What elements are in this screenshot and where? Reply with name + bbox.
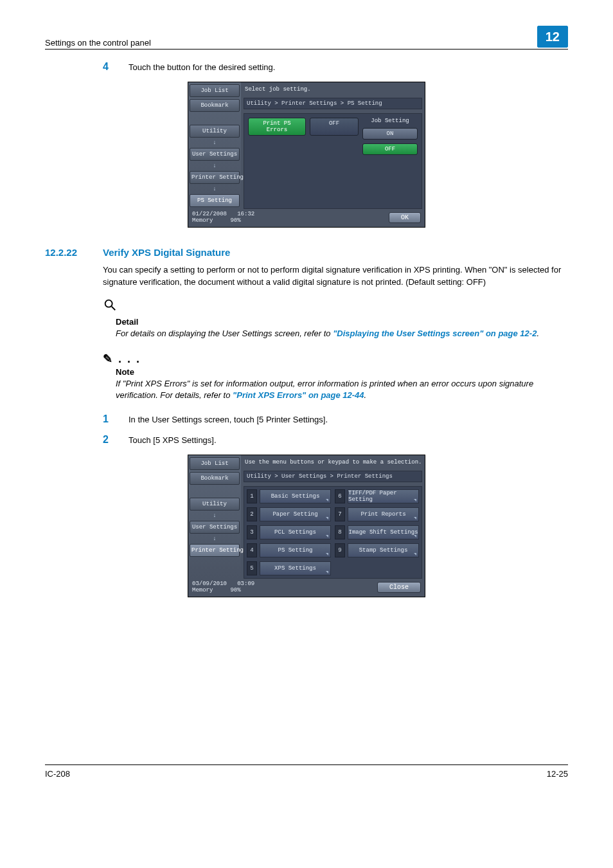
section-title: Verify XPS Digital Signature bbox=[103, 247, 230, 258]
arrow-icon: ↓ bbox=[190, 163, 240, 169]
page-footer: IC-208 12-25 bbox=[45, 764, 568, 779]
arrow-icon: ↓ bbox=[190, 512, 240, 519]
screenshot-ps-setting: Job List Bookmark Utility ↓ User Setting… bbox=[188, 82, 425, 228]
status-date: 01/22/2008 bbox=[192, 211, 227, 217]
footer-left: IC-208 bbox=[45, 769, 70, 779]
step-text: Touch the button for the desired setting… bbox=[129, 61, 568, 72]
menu-grid: 1Basic Settings 6TIFF/PDF Paper Setting … bbox=[244, 487, 422, 578]
section-number: 12.2.22 bbox=[45, 247, 103, 258]
ok-button[interactable]: OK bbox=[389, 212, 421, 223]
svg-point-0 bbox=[105, 300, 112, 307]
setting-name[interactable]: Print PS Errors bbox=[248, 118, 306, 136]
tab-bookmark[interactable]: Bookmark bbox=[190, 99, 240, 112]
menu-item-5[interactable]: 5XPS Settings bbox=[247, 561, 331, 575]
breadcrumb: Utility > User Settings > Printer Settin… bbox=[244, 471, 422, 482]
step-4: 4 Touch the button for the desired setti… bbox=[103, 61, 568, 73]
note-body-suffix: . bbox=[364, 390, 367, 400]
status-bar: 01/22/2008 16:32 Memory 90% OK bbox=[188, 209, 425, 227]
magnifier-icon bbox=[103, 298, 568, 316]
instruction-text: Use the menu buttons or keypad to make a… bbox=[245, 459, 422, 466]
tab-job-list[interactable]: Job List bbox=[190, 457, 240, 470]
setting-value: OFF bbox=[310, 118, 359, 136]
status-memory-label: Memory bbox=[192, 587, 213, 593]
step-number: 4 bbox=[103, 61, 129, 73]
tab-bookmark[interactable]: Bookmark bbox=[190, 472, 240, 485]
breadcrumb: Utility > Printer Settings > PS Setting bbox=[244, 98, 422, 109]
section-heading: 12.2.22 Verify XPS Digital Signature bbox=[45, 247, 568, 258]
section-paragraph: You can specify a setting to perform or … bbox=[103, 264, 568, 289]
detail-link[interactable]: "Displaying the User Settings screen" on… bbox=[333, 329, 537, 338]
menu-item-4[interactable]: 4PS Setting bbox=[247, 543, 331, 557]
tab-printer-settings[interactable]: Printer Settings bbox=[190, 544, 240, 557]
note-callout: Note If "Print XPS Errors" is set for in… bbox=[116, 367, 568, 402]
screenshot-printer-settings: Job List Bookmark Utility ↓ User Setting… bbox=[188, 455, 425, 597]
header-title: Settings on the control panel bbox=[45, 38, 151, 48]
menu-item-3[interactable]: 3PCL Settings bbox=[247, 525, 331, 539]
detail-callout: Detail For details on displaying the Use… bbox=[116, 317, 568, 340]
detail-body-suffix: . bbox=[537, 329, 539, 338]
status-memory-pct: 90% bbox=[230, 217, 240, 224]
detail-title: Detail bbox=[116, 317, 568, 327]
close-button[interactable]: Close bbox=[377, 582, 421, 593]
job-setting-label: Job Setting bbox=[362, 118, 418, 124]
menu-item-8[interactable]: 8Image Shift Settings bbox=[335, 525, 419, 539]
side-tabs: Job List Bookmark Utility ↓ User Setting… bbox=[188, 455, 241, 579]
step-number: 2 bbox=[103, 434, 129, 446]
status-memory-label: Memory bbox=[192, 217, 213, 224]
menu-item-1[interactable]: 1Basic Settings bbox=[247, 489, 331, 503]
side-tabs: Job List Bookmark Utility ↓ User Setting… bbox=[188, 82, 241, 209]
arrow-icon: ↓ bbox=[190, 186, 240, 192]
step-1: 1 In the User Settings screen, touch [5 … bbox=[103, 413, 568, 425]
step-number: 1 bbox=[103, 413, 129, 425]
detail-body-prefix: For details on displaying the User Setti… bbox=[116, 329, 333, 338]
status-time: 16:32 bbox=[237, 211, 254, 217]
off-button[interactable]: OFF bbox=[362, 143, 418, 155]
footer-right: 12-25 bbox=[547, 769, 568, 779]
status-bar: 03/09/2010 03:09 Memory 90% Close bbox=[188, 579, 425, 597]
chapter-badge: 12 bbox=[537, 26, 568, 48]
arrow-icon: ↓ bbox=[190, 536, 240, 542]
note-link[interactable]: "Print XPS Errors" on page 12-44 bbox=[233, 390, 364, 400]
page-header: Settings on the control panel 12 bbox=[45, 26, 568, 50]
instruction-text: Select job setting. bbox=[245, 86, 422, 93]
tab-printer-settings[interactable]: Printer Settings bbox=[190, 171, 240, 184]
step-text: Touch [5 XPS Settings]. bbox=[129, 434, 568, 445]
tab-user-settings[interactable]: User Settings bbox=[190, 148, 240, 161]
tab-job-list[interactable]: Job List bbox=[190, 84, 240, 97]
menu-item-2[interactable]: 2Paper Setting bbox=[247, 507, 331, 521]
tab-user-settings[interactable]: User Settings bbox=[190, 521, 240, 534]
tab-utility[interactable]: Utility bbox=[190, 125, 240, 138]
status-memory-pct: 90% bbox=[230, 587, 240, 593]
note-title: Note bbox=[116, 367, 568, 377]
step-text: In the User Settings screen, touch [5 Pr… bbox=[129, 413, 568, 424]
status-date: 03/09/2010 bbox=[192, 581, 227, 587]
svg-line-1 bbox=[112, 306, 116, 310]
tab-utility[interactable]: Utility bbox=[190, 498, 240, 511]
arrow-icon: ↓ bbox=[190, 140, 240, 146]
step-2: 2 Touch [5 XPS Settings]. bbox=[103, 434, 568, 446]
status-time: 03:09 bbox=[237, 581, 254, 587]
pencil-icon: ✎ . . . bbox=[103, 352, 568, 366]
tab-ps-setting[interactable]: PS Setting bbox=[190, 194, 240, 207]
menu-item-6[interactable]: 6TIFF/PDF Paper Setting bbox=[335, 489, 419, 503]
menu-item-9[interactable]: 9Stamp Settings bbox=[335, 543, 419, 557]
menu-item-7[interactable]: 7Print Reports bbox=[335, 507, 419, 521]
on-button[interactable]: ON bbox=[362, 128, 418, 140]
